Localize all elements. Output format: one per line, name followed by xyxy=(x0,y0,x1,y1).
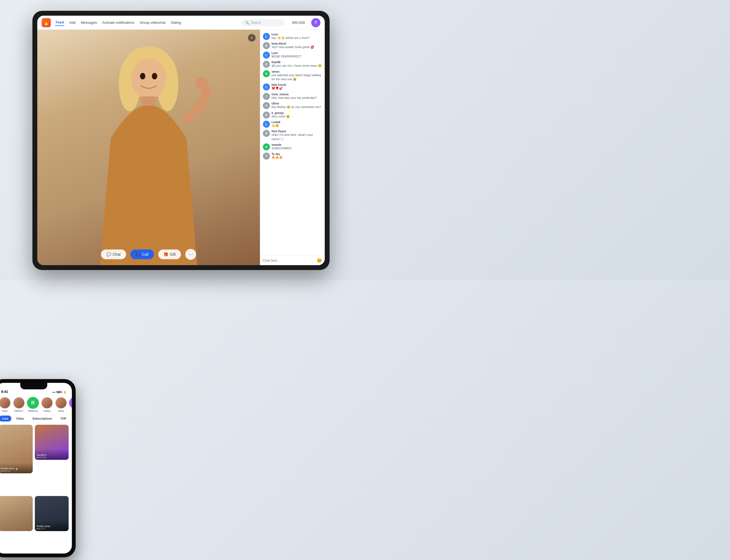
chat-label: Chat xyxy=(113,252,121,257)
chat-avatar: L xyxy=(263,33,270,40)
gift-icon: 🎁 xyxy=(163,252,168,257)
chat-text: 👋😊 xyxy=(271,124,322,128)
chat-message: OOliverhey Melisa 😊 do you remember me? xyxy=(263,102,322,109)
nav-messages[interactable]: Messages xyxy=(80,19,97,26)
chat-avatar: S xyxy=(263,70,270,77)
chat-text: @Lynn, pm me, i have some news 😊 xyxy=(271,64,322,68)
chat-avatar: L xyxy=(263,52,270,59)
chat-messages: LLeonhey 👋👋 where are u from?Bbean.diese… xyxy=(260,30,325,255)
chat-avatar: I xyxy=(263,93,270,100)
chat-username: little Ferrell xyxy=(271,83,322,86)
user-count: 850,028 xyxy=(292,21,305,25)
nav-group-videochat[interactable]: Group videochat xyxy=(139,19,166,26)
chat-username: Lynn xyxy=(271,52,322,55)
chat-message: Bb_georgoNice curls! 😄 xyxy=(263,112,322,119)
chat-username: bean.diesel xyxy=(271,42,322,45)
chat-message: Bbean.dieselYey!! new avatar! looks grea… xyxy=(263,42,322,49)
chat-text: WOW! PERRRRFECT xyxy=(271,55,322,59)
chat-avatar: T xyxy=(263,153,270,160)
search-icon: 🔍 xyxy=(245,21,249,25)
chat-avatar: O xyxy=(263,102,270,109)
search-box[interactable]: 🔍 Search xyxy=(241,19,284,26)
chat-text: Nice curls! 😄 xyxy=(271,114,322,119)
chat-message: LLeonhey 👋👋 where are u from? xyxy=(263,33,322,40)
chat-panel: LLeonhey 👋👋 where are u from?Bbean.diese… xyxy=(260,30,325,265)
chat-avatar: L xyxy=(263,83,270,90)
chat-username: Oliver xyxy=(271,102,322,105)
chat-text: hiiiii, how was your trip yesterday? xyxy=(271,96,322,100)
svg-point-6 xyxy=(152,73,157,79)
tablet-nav: 🔥 Feed Add Messages Activate notificatio… xyxy=(37,16,325,30)
chat-avatar: K xyxy=(263,61,270,68)
svg-point-8 xyxy=(195,77,207,88)
chat-message: LLynnWOW! PERRRRFECT xyxy=(263,52,322,59)
chat-username: irene_cheese xyxy=(271,93,322,96)
gift-label: Gift xyxy=(170,252,176,257)
chat-avatar: R xyxy=(263,130,270,137)
app-logo: 🔥 xyxy=(42,18,51,27)
chat-message: Ssimonjust watched your latest vlog)) wa… xyxy=(263,70,322,82)
call-button[interactable]: 📞 Call xyxy=(130,249,154,259)
call-label: Call xyxy=(142,252,148,257)
video-controls: 💬 Chat 📞 Call 🎁 Gift ⋯ xyxy=(101,249,196,260)
nav-notifications[interactable]: Activate notifications xyxy=(102,19,135,26)
chat-username: Rich Peach xyxy=(271,130,322,133)
chat-input[interactable] xyxy=(263,259,315,262)
chat-text: hello! I'm new here. what's your name? :… xyxy=(271,133,322,141)
call-icon: 📞 xyxy=(136,252,140,257)
chat-username: simon xyxy=(271,70,322,73)
close-button[interactable]: × xyxy=(248,34,255,42)
tablet-content: × 💬 Chat 📞 Call 🎁 Gift ⋯ xyxy=(37,30,325,265)
chat-input-area: 😊 xyxy=(260,255,325,265)
chat-avatar: B xyxy=(263,42,270,49)
chat-username: swantie xyxy=(271,143,322,146)
emoji-button[interactable]: 😊 xyxy=(316,258,322,263)
chat-username: Leon xyxy=(271,33,322,36)
chat-username: b_georgo xyxy=(271,112,322,114)
chat-avatar: L xyxy=(263,121,270,128)
chat-message: Iirene_cheesehiiiii, how was your trip y… xyxy=(263,93,322,100)
search-placeholder: Search xyxy=(251,21,261,25)
video-area: × 💬 Chat 📞 Call 🎁 Gift ⋯ xyxy=(37,30,260,265)
svg-point-4 xyxy=(131,59,166,99)
chat-text: ❤️🌹💕 xyxy=(271,86,322,90)
chat-button[interactable]: 💬 Chat xyxy=(101,249,126,259)
chat-username: Te-Jay xyxy=(271,153,322,156)
chat-text: SUBSCRIBED! xyxy=(271,146,322,150)
chat-text: hey 👋👋 where are u from? xyxy=(271,36,322,40)
chat-avatar: S xyxy=(263,143,270,150)
tablet: 🔥 Feed Add Messages Activate notificatio… xyxy=(32,11,329,270)
tablet-screen: 🔥 Feed Add Messages Activate notificatio… xyxy=(37,16,325,265)
gift-button[interactable]: 🎁 Gift xyxy=(158,249,181,259)
chat-message: KKate89@Lynn, pm me, i have some news 😊 xyxy=(263,61,322,68)
chat-username: Linda8 xyxy=(271,121,322,124)
chat-message: TTe-Jay🔥🔥🔥 xyxy=(263,153,322,160)
chat-text: Yey!! new avatar! looks great 💋 xyxy=(271,45,322,49)
chat-icon: 💬 xyxy=(106,252,111,257)
user-avatar[interactable]: T xyxy=(311,18,320,27)
nav-add[interactable]: Add xyxy=(69,19,76,26)
chat-avatar: B xyxy=(263,112,270,119)
chat-text: just watched your latest vlog)) waiting … xyxy=(271,73,322,82)
nav-dating[interactable]: Dating xyxy=(170,19,182,26)
chat-username: Kate89 xyxy=(271,61,322,64)
chat-text: 🔥🔥🔥 xyxy=(271,156,322,160)
svg-point-5 xyxy=(140,73,145,79)
svg-rect-7 xyxy=(142,96,155,107)
chat-message: Llittle Ferrell❤️🌹💕 xyxy=(263,83,322,90)
nav-feed[interactable]: Feed xyxy=(55,19,64,26)
chat-message: SswantieSUBSCRIBED! xyxy=(263,143,322,150)
chat-message: RRich Peachhello! I'm new here. what's y… xyxy=(263,130,322,141)
person-silhouette xyxy=(84,44,213,265)
more-button[interactable]: ⋯ xyxy=(185,249,196,260)
chat-text: hey Melisa 😊 do you remember me? xyxy=(271,105,322,109)
chat-message: LLinda8👋😊 xyxy=(263,121,322,128)
